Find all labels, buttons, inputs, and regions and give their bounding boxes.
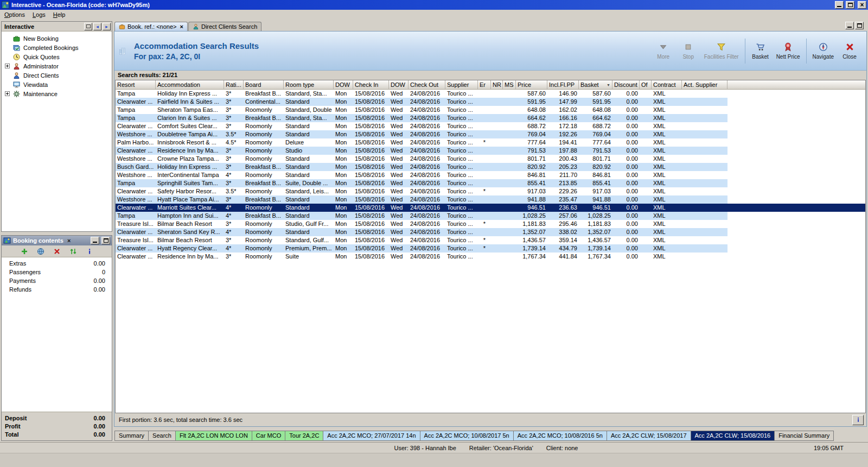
column-header-dow[interactable]: DOW — [389, 80, 409, 89]
table-row[interactable]: Treasure Isl...Bilmar Beach Resort3*Room… — [116, 236, 727, 244]
cell: 24/08/2016 — [409, 147, 445, 155]
column-header-incl-fl-pp[interactable]: Incl.Fl.PP — [547, 80, 579, 89]
bottom-tab-financial-summary[interactable]: Financial Summary — [775, 431, 834, 441]
reorder-button[interactable] — [68, 247, 78, 256]
pane-restore-button[interactable] — [855, 22, 864, 29]
minimize-icon — [93, 242, 97, 243]
table-row[interactable]: Treasure Isl...Bilmar Beach Resort3*Room… — [116, 220, 727, 228]
table-row[interactable]: Westshore ...InterContinental Tampa4*Roo… — [116, 171, 727, 179]
table-row[interactable]: TampaSpringhill Suites Tam...3*Breakfast… — [116, 179, 727, 187]
tab-close-icon[interactable] — [180, 23, 183, 30]
column-header-basket[interactable]: Basket — [579, 80, 612, 89]
close-button[interactable]: Close — [837, 36, 862, 66]
sidebar-item-maintenance[interactable]: Maintenance — [2, 89, 112, 98]
table-row[interactable]: TampaSheraton Tampa Eas...3*RoomonlyStan… — [116, 106, 727, 114]
booking-panel-restore-button[interactable] — [101, 237, 110, 244]
column-header-er[interactable]: Er — [478, 80, 491, 89]
pane-minimize-button[interactable] — [845, 22, 854, 29]
table-row[interactable]: TampaHampton Inn and Sui...4*Breakfast B… — [116, 212, 727, 220]
table-row[interactable]: Clearwater ...Safety Harbor Resor...3.5*… — [116, 187, 727, 195]
table-row[interactable]: TampaHoliday Inn Express ...3*Breakfast … — [116, 90, 727, 98]
bottom-tab-car-mco[interactable]: Car MCO — [252, 431, 285, 441]
table-row[interactable]: Westshore ...Crowne Plaza Tampa...3*Room… — [116, 155, 727, 163]
table-row[interactable]: Clearwater ...Hyatt Regency Clear...4*Ro… — [116, 244, 727, 253]
sidebar-item-completed-bookings[interactable]: Completed Bookings — [2, 43, 112, 52]
column-header-room-type[interactable]: Room type — [284, 80, 334, 89]
column-header-check-out[interactable]: Check Out — [409, 80, 445, 89]
title-bar[interactable]: Interactive - Ocean-Florida (code: wH7wa… — [0, 0, 868, 10]
bottom-tab-search[interactable]: Search — [149, 431, 176, 441]
column-header-price[interactable]: Price — [516, 80, 547, 89]
bottom-tab-acc-2a-2c-mco-10-08-2017-5n[interactable]: Acc 2A,2C MCO; 10/08/2017 5n — [420, 431, 514, 441]
column-header-discount[interactable]: Discount — [612, 80, 640, 89]
table-row[interactable]: TampaClarion Inn & Suites ...3*Breakfast… — [116, 114, 727, 122]
cell: 24/08/2016 — [409, 114, 445, 122]
column-header-resort[interactable]: Resort — [116, 80, 156, 89]
add-button[interactable] — [20, 247, 29, 256]
cell: Westshore ... — [116, 171, 156, 179]
bottom-tab-flt-2a-2c-lon-mco-lon[interactable]: Flt 2A,2C LON MCO LON — [176, 431, 252, 441]
column-header-supplier[interactable]: Supplier — [445, 80, 478, 89]
expand-icon[interactable] — [5, 91, 10, 96]
table-row[interactable]: Clearwater ...Sheraton Sand Key R...4*Ro… — [116, 228, 727, 236]
table-row[interactable]: Palm Harbo...Innisbrook Resort & ...4.5*… — [116, 138, 727, 147]
navigate-button[interactable]: Navigate — [809, 36, 837, 66]
column-header-act-supplier[interactable]: Act. Supplier — [682, 80, 727, 89]
info-button[interactable] — [85, 247, 94, 256]
info-button[interactable] — [852, 415, 864, 425]
window-maximize-button[interactable] — [846, 1, 854, 9]
bottom-tab-acc-2a-2c-mco-27-07-2017-14n[interactable]: Acc 2A,2C MCO; 27/07/2017 14n — [323, 431, 420, 441]
column-header-board[interactable]: Board — [244, 80, 284, 89]
cell: Tourico ... — [445, 187, 478, 195]
column-header-dow[interactable]: DOW — [334, 80, 353, 89]
window-minimize-button[interactable] — [835, 1, 844, 9]
cell: 4* — [224, 228, 244, 236]
nett-price-button[interactable]: Nett Price — [773, 36, 803, 66]
basket-button[interactable]: Basket — [748, 36, 773, 66]
window-close-button[interactable] — [858, 1, 866, 9]
column-header-ms[interactable]: MS — [503, 80, 516, 89]
table-row[interactable]: Clearwater ...Comfort Suites Clear...3*R… — [116, 122, 727, 130]
bottom-tab-acc-2a-2c-clw-15-08-2017[interactable]: Acc 2A,2C CLW; 15/08/2017 — [607, 431, 691, 441]
panel-dock-right-button[interactable] — [103, 23, 111, 30]
table-row[interactable]: Clearwater ...Fairfield Inn & Suites ...… — [116, 98, 727, 106]
cell — [682, 163, 727, 171]
column-header-contract[interactable]: Contract — [652, 80, 682, 89]
sidebar-item-administrator[interactable]: Administrator — [2, 61, 112, 71]
cell: Standard — [284, 163, 334, 171]
tab-book-ref-none[interactable]: Book. ref.: <none> — [114, 22, 188, 31]
cell: 24/08/2016 — [409, 122, 445, 130]
sidebar-item-new-booking[interactable]: New Booking — [2, 34, 112, 43]
tab-direct-clients-search[interactable]: Direct Clients Search — [188, 22, 261, 31]
delete-button[interactable] — [52, 247, 62, 256]
column-header-rati[interactable]: Rati... — [224, 80, 244, 89]
column-header-accommodation[interactable]: Accommodation — [156, 80, 224, 89]
table-row[interactable]: Clearwater ...Residence Inn by Ma...3*Ro… — [116, 253, 727, 261]
table-row[interactable]: Clearwater ...Residence Inn by Ma...3*Ro… — [116, 147, 727, 155]
bottom-tab-tour-2a-2c[interactable]: Tour 2A,2C — [285, 431, 323, 441]
booking-panel-minimize-button[interactable] — [91, 237, 99, 244]
menu-logs[interactable]: Logs — [29, 10, 49, 20]
cell: Breakfast B... — [244, 163, 284, 171]
table-row[interactable]: Westshore ...Doubletree Tampa Ai...3.5*R… — [116, 130, 727, 138]
table-row[interactable]: Westshore ...Hyatt Place Tampa Ai...3*Br… — [116, 195, 727, 204]
column-header-check-in[interactable]: Check In — [353, 80, 389, 89]
cell: 769.04 — [579, 130, 612, 138]
bottom-tab-summary[interactable]: Summary — [114, 431, 149, 441]
menu-help[interactable]: Help — [49, 10, 69, 20]
booking-contents-close-icon[interactable] — [66, 237, 72, 244]
column-header-nr[interactable]: NR — [491, 80, 503, 89]
menu-options[interactable]: Options — [1, 10, 29, 20]
table-row[interactable]: Busch Gard...Holiday Inn Express ...3*Br… — [116, 163, 727, 171]
column-header-of[interactable]: Of — [640, 80, 652, 89]
sidebar-item-viewdata[interactable]: Viewdata — [2, 80, 112, 89]
table-row[interactable]: Clearwater ...Marriott Suites Clear...4*… — [116, 204, 865, 212]
globe-button[interactable] — [36, 247, 46, 256]
expand-icon[interactable] — [5, 64, 10, 68]
sidebar-item-quick-quotes[interactable]: Quick Quotes — [2, 52, 112, 61]
panel-collapse-button[interactable] — [84, 23, 92, 30]
panel-dock-left-button[interactable] — [93, 23, 101, 30]
bottom-tab-acc-2a-2c-mco-10-08-2016-5n[interactable]: Acc 2A,2C MCO; 10/08/2016 5n — [514, 431, 607, 441]
bottom-tab-acc-2a-2c-clw-15-08-2016[interactable]: Acc 2A,2C CLW; 15/08/2016 — [691, 431, 775, 441]
sidebar-item-direct-clients[interactable]: Direct Clients — [2, 71, 112, 80]
